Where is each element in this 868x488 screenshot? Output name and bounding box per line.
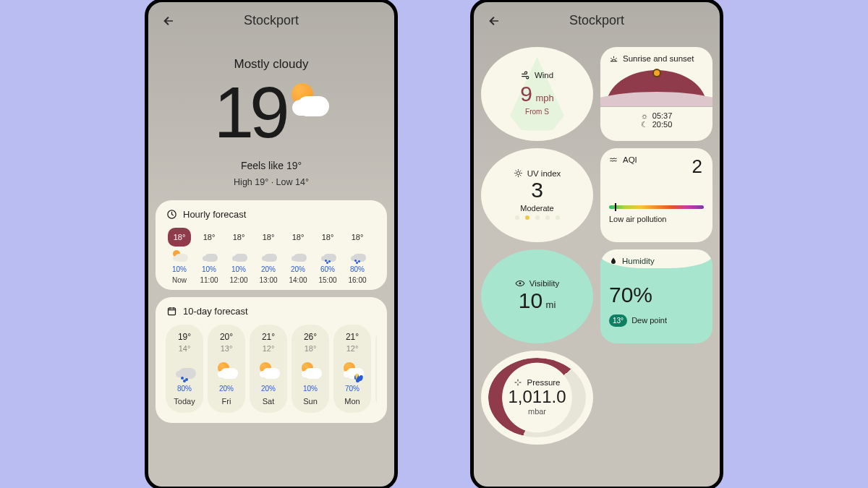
hour-label: 15:00: [318, 276, 336, 284]
day-low: 18°: [305, 344, 317, 353]
high-low: High 19° · Low 14°: [148, 177, 394, 187]
hour-temp: 18°: [316, 228, 339, 247]
sun-title: Sunrise and sunset: [623, 54, 694, 63]
hourly-title: Hourly forecast: [183, 209, 246, 220]
tile-header: UV index: [514, 168, 561, 178]
tiles-grid: Wind 9 mph From S Sunrise and sunset ☼ 0…: [474, 40, 720, 452]
dew-badge: 13°: [609, 314, 627, 327]
hour-column[interactable]: 18°10%12:00: [225, 228, 252, 284]
aqi-bar: [609, 205, 704, 209]
uv-tile[interactable]: UV index 3 Moderate: [481, 148, 593, 242]
day-low: 13°: [221, 344, 233, 353]
sunrise-tile[interactable]: Sunrise and sunset ☼ 05:37 ☾ 20:50: [600, 47, 712, 141]
current-temp: 19: [213, 80, 285, 144]
sunset-small-icon: ☾: [641, 120, 648, 129]
hour-column[interactable]: 18°60%15:00: [314, 228, 341, 284]
tile-header: Sunrise and sunset: [609, 54, 704, 64]
hum-value: 70%: [609, 283, 704, 307]
sun-small-icon: [514, 168, 523, 178]
tile-header: Pressure: [514, 378, 560, 387]
day-weather-icon: [258, 361, 279, 380]
weather-screen-details: Stockport Wind 9 mph From S Sunrise an: [470, 0, 723, 488]
day-column[interactable]: 26°18°10%Sun: [292, 325, 329, 413]
aqi-tile[interactable]: AQI 2 Low air pollution: [600, 148, 712, 242]
day-weather-icon: [174, 361, 195, 380]
humidity-tile[interactable]: Humidity 70% 13° Dew point: [600, 249, 712, 343]
hour-column[interactable]: 18°10%Now: [166, 228, 193, 284]
waves-icon: [609, 155, 618, 165]
wind-tile[interactable]: Wind 9 mph From S: [481, 47, 593, 141]
gauge-icon: [514, 378, 522, 387]
day-label: Mon: [344, 397, 359, 406]
day-column[interactable]: 19°13°60%Tue: [375, 325, 377, 413]
day-precip: 20%: [261, 385, 276, 393]
calendar-icon: [166, 306, 177, 317]
day-column[interactable]: 20°13°20%Fri: [208, 325, 245, 413]
hour-weather-icon: [231, 249, 247, 262]
hour-precip: 10%: [231, 265, 246, 273]
vis-title: Visibility: [529, 279, 559, 288]
hour-temp: 18°: [346, 228, 369, 247]
day-precip: 80%: [177, 385, 192, 393]
vis-value: 10 mi: [519, 288, 556, 313]
day-label: Sat: [263, 397, 275, 406]
day-column[interactable]: 21°12°70%Mon: [333, 325, 371, 413]
aqi-value: 2: [692, 155, 702, 178]
hour-label: 14:00: [289, 276, 307, 284]
hour-precip: 60%: [320, 265, 335, 273]
weather-icon: [287, 80, 329, 122]
dew-row: 13° Dew point: [609, 314, 704, 327]
header: Stockport: [474, 2, 720, 40]
day-precip: 70%: [345, 385, 359, 393]
hour-label: 12:00: [229, 276, 247, 284]
day-weather-icon: [216, 361, 237, 380]
hour-precip: 20%: [261, 265, 276, 273]
tile-header: Wind: [521, 71, 553, 80]
hour-temp: 18°: [286, 228, 310, 247]
day-low: 12°: [346, 344, 359, 353]
daily-list[interactable]: 19°14°80%Today20°13°20%Fri21°12°20%Sat26…: [166, 325, 377, 413]
city-title: Stockport: [148, 13, 394, 28]
hour-column[interactable]: 18°20%14:00: [284, 228, 312, 284]
day-label: Sun: [303, 397, 318, 406]
press-title: Pressure: [527, 378, 560, 387]
hour-label: Now: [172, 276, 187, 284]
daily-forecast-card[interactable]: 10-day forecast 19°14°80%Today20°13°20%F…: [156, 297, 387, 423]
hour-column[interactable]: 19°70%17:00: [373, 228, 377, 284]
condition-text: Mostly cloudy: [148, 57, 394, 72]
day-column[interactable]: 19°14°80%Today: [166, 325, 203, 413]
droplet-icon: [609, 257, 618, 265]
hour-weather-icon: [260, 249, 276, 262]
hour-temp: 18°: [168, 228, 191, 247]
hour-label: 13:00: [259, 276, 277, 284]
hour-temp: 18°: [257, 228, 280, 247]
hour-column[interactable]: 18°20%13:00: [255, 228, 282, 284]
header: Stockport: [148, 2, 394, 40]
sunrise-row: ☼ 05:37: [609, 111, 704, 120]
hour-temp: 19°: [375, 228, 377, 247]
day-label: Fri: [222, 397, 231, 406]
feels-like: Feels like 19°: [148, 160, 394, 171]
uv-scale-dots: [515, 215, 560, 220]
card-title-row: 10-day forecast: [166, 306, 377, 317]
clock-icon: [166, 209, 177, 221]
wind-from: From S: [525, 108, 549, 116]
sunrise-icon: [609, 54, 618, 64]
hour-precip: 10%: [202, 265, 216, 273]
sunrise-small-icon: ☼: [641, 111, 648, 120]
hour-column[interactable]: 18°80%16:00: [344, 228, 371, 284]
uv-value: 3: [531, 178, 543, 202]
sun-dot-icon: [652, 69, 661, 77]
cloud-icon: [297, 96, 329, 116]
hourly-list[interactable]: 18°10%Now18°10%11:0018°10%12:0018°20%13:…: [166, 228, 377, 284]
tile-header: AQI: [609, 155, 704, 165]
day-column[interactable]: 21°12°20%Sat: [250, 325, 287, 413]
hour-temp: 18°: [197, 228, 221, 247]
pressure-tile[interactable]: Pressure 1,011.0 mbar: [481, 351, 593, 445]
visibility-tile[interactable]: Visibility 10 mi: [481, 249, 593, 343]
hour-temp: 18°: [227, 228, 250, 247]
day-high: 26°: [304, 332, 317, 342]
hourly-forecast-card[interactable]: Hourly forecast 18°10%Now18°10%11:0018°1…: [156, 200, 387, 290]
day-high: 21°: [346, 332, 359, 342]
hour-column[interactable]: 18°10%11:00: [195, 228, 223, 284]
